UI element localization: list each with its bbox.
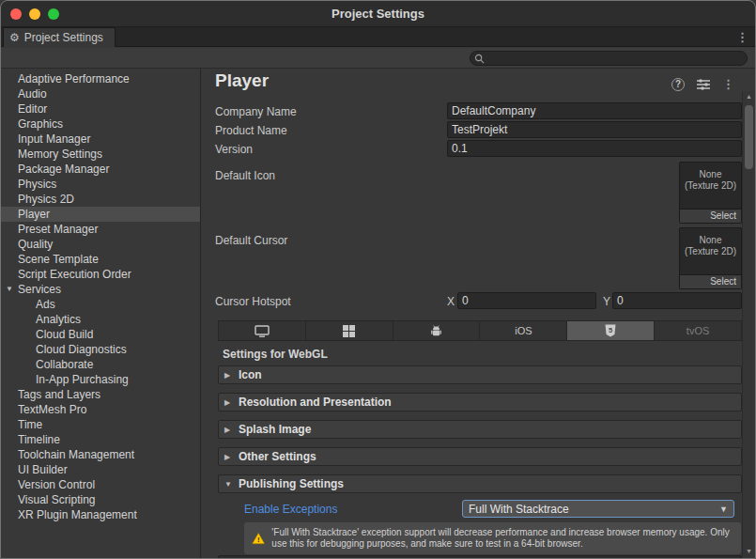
enable-exceptions-dropdown[interactable]: Full With Stacktrace ▼ — [462, 500, 734, 518]
sidebar-item[interactable]: Ads — [1, 297, 200, 312]
hotspot-y-input[interactable] — [612, 292, 742, 309]
sidebar-item[interactable]: Cloud Diagnostics — [1, 342, 200, 357]
default-icon-label: Default Icon — [215, 169, 275, 182]
sidebar-item[interactable]: Memory Settings — [1, 147, 200, 162]
sidebar-item-label: Visual Scripting — [18, 493, 96, 506]
sidebar-item[interactable]: Audio — [1, 86, 200, 101]
cursor-hotspot-label: Cursor Hotspot — [215, 295, 291, 308]
sidebar-item[interactable]: Player — [1, 207, 200, 222]
section-label: Icon — [239, 368, 262, 381]
sidebar-item[interactable]: Input Manager — [1, 132, 200, 147]
default-cursor-object-field[interactable]: None (Texture 2D) Select — [679, 227, 742, 289]
maximize-button[interactable] — [48, 8, 59, 20]
search-input[interactable] — [487, 53, 743, 64]
sidebar-item[interactable]: Physics 2D — [1, 192, 200, 207]
presets-icon[interactable] — [697, 79, 710, 90]
tab-project-settings[interactable]: ⚙ Project Settings — [3, 27, 116, 47]
default-icon-object-field[interactable]: None (Texture 2D) Select — [679, 162, 742, 224]
section-header[interactable]: ▶ Other Settings — [218, 447, 742, 466]
section-header[interactable]: ▶ Splash Image — [218, 420, 742, 439]
sidebar-item-label: Input Manager — [18, 132, 90, 146]
vertical-scrollbar[interactable]: ▲ ▼ — [742, 91, 754, 557]
settings-sections: ▶ Icon ▶ Resolution and Presentation ▶ S… — [218, 365, 742, 493]
sidebar-item[interactable]: Graphics — [1, 116, 200, 132]
foldout-arrow-icon: ▼ — [224, 480, 233, 489]
sidebar-item-label: Quality — [18, 238, 53, 251]
tab-menu-icon[interactable]: ⋮ — [736, 30, 748, 44]
sidebar-item-label: Services — [18, 283, 61, 296]
sidebar-item-label: TextMesh Pro — [18, 403, 86, 416]
foldout-arrow-icon: ▶ — [224, 453, 233, 461]
sidebar-item[interactable]: Collaborate — [1, 357, 200, 372]
sidebar-item[interactable]: Analytics — [1, 312, 200, 327]
sidebar-item[interactable]: Timeline — [1, 432, 200, 447]
sidebar-item[interactable]: Time — [1, 417, 200, 432]
company-name-input[interactable] — [447, 102, 742, 119]
close-button[interactable] — [10, 8, 22, 20]
minimize-button[interactable] — [29, 8, 40, 20]
sidebar-item[interactable]: TextMesh Pro — [1, 402, 200, 417]
project-settings-window: Project Settings ⚙ Project Settings ⋮ Ad… — [0, 0, 756, 559]
sidebar-item[interactable]: Scene Template — [1, 252, 200, 267]
default-icon-select-button[interactable]: Select — [680, 209, 741, 223]
sidebar-item[interactable]: UI Builder — [1, 462, 200, 477]
sidebar-item[interactable]: In-App Purchasing — [1, 372, 200, 387]
foldout-arrow-icon: ▶ — [224, 426, 233, 434]
section-header[interactable]: ▼ Publishing Settings — [218, 474, 742, 493]
sidebar-item[interactable]: Preset Manager — [1, 222, 200, 237]
product-name-label: Product Name — [215, 124, 287, 137]
sidebar-item[interactable]: Toolchain Management — [1, 447, 200, 462]
sidebar-item[interactable]: Quality — [1, 237, 200, 252]
tab-platform-webgl[interactable]: 5 — [567, 321, 655, 340]
section-label: Splash Image — [239, 423, 311, 436]
tab-platform-ios[interactable]: iOS — [480, 321, 567, 340]
scroll-up-icon[interactable]: ▲ — [743, 91, 755, 102]
settings-category-list: Adaptive Performance Audio Editor Graphi… — [1, 69, 201, 558]
sidebar-item-label: Toolchain Management — [18, 448, 134, 461]
tab-label: Project Settings — [24, 31, 103, 44]
section-label: Resolution and Presentation — [239, 396, 392, 409]
page-title: Player — [215, 70, 269, 91]
sidebar-item[interactable]: Physics — [1, 177, 200, 192]
scrollbar-thumb[interactable] — [745, 105, 753, 169]
default-cursor-select-button[interactable]: Select — [680, 274, 741, 288]
version-input[interactable] — [447, 140, 742, 157]
sidebar-item-label: In-App Purchasing — [36, 373, 129, 386]
sidebar-item[interactable]: Cloud Build — [1, 327, 200, 342]
kebab-menu-icon[interactable]: ⋮ — [722, 77, 734, 91]
sidebar-item[interactable]: Adaptive Performance — [1, 71, 200, 86]
sidebar-item-label: Time — [18, 418, 42, 431]
tab-platform-tvos[interactable]: tvOS — [655, 321, 741, 340]
tab-platform-android[interactable] — [393, 321, 481, 340]
product-name-input[interactable] — [447, 121, 742, 138]
sidebar-item[interactable]: Version Control — [1, 477, 200, 492]
settings-for-header: Settings for WebGL — [223, 348, 328, 361]
default-cursor-type: (Texture 2D) — [680, 246, 741, 257]
sidebar-item[interactable]: Package Manager — [1, 162, 200, 177]
sidebar-item[interactable]: Editor — [1, 101, 200, 116]
svg-text:5: 5 — [609, 326, 612, 334]
header-icons: ? ⋮ — [671, 77, 734, 91]
section-header[interactable]: ▶ Icon — [218, 365, 742, 384]
tab-platform-windows-store[interactable] — [306, 321, 393, 340]
hotspot-x-input[interactable] — [457, 292, 596, 309]
search-icon — [474, 54, 485, 64]
sidebar-item[interactable]: XR Plugin Management — [1, 507, 200, 522]
sidebar-item[interactable]: Tags and Layers — [1, 387, 200, 402]
foldout-arrow-icon: ▶ — [224, 398, 233, 407]
sidebar-item-label: Player — [18, 208, 50, 221]
search-field[interactable] — [470, 51, 748, 66]
scroll-down-icon[interactable]: ▼ — [743, 546, 755, 557]
version-label: Version — [215, 143, 253, 156]
sidebar-item-label: Ads — [36, 298, 55, 311]
sidebar-item[interactable]: ▼ Services — [1, 282, 200, 297]
section-header[interactable]: ▶ Resolution and Presentation — [218, 393, 742, 411]
android-icon — [429, 325, 443, 337]
sidebar-item[interactable]: Script Execution Order — [1, 267, 200, 282]
help-icon[interactable]: ? — [671, 78, 685, 91]
next-control-cropped — [218, 555, 742, 558]
sidebar-item-label: Analytics — [36, 313, 81, 326]
tab-platform-standalone[interactable] — [219, 321, 306, 340]
hotspot-x-label: X — [447, 295, 455, 308]
sidebar-item[interactable]: Visual Scripting — [1, 492, 200, 507]
